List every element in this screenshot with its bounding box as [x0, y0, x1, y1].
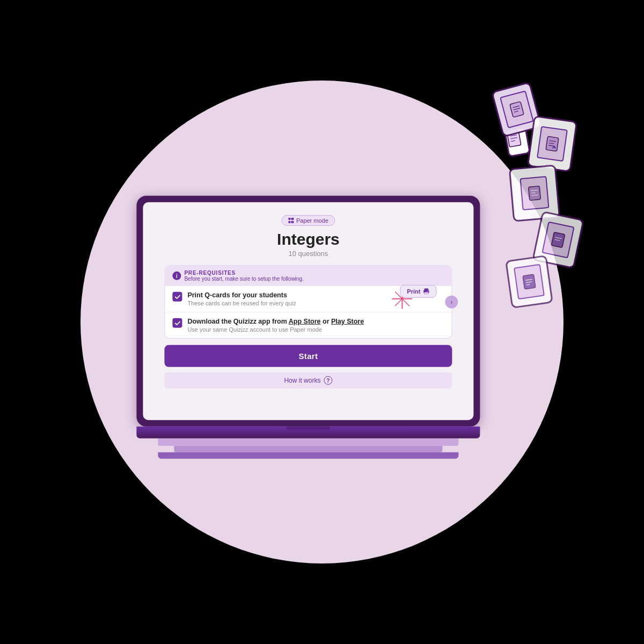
float-card-5 [505, 255, 553, 309]
prerequisites-card: › i PRE-REQUISITES Before you start, mak… [164, 265, 452, 339]
svg-rect-19 [428, 291, 429, 291]
laptop-stand-1 [158, 438, 458, 446]
laptop-stand-2 [174, 446, 442, 452]
scene: Q [54, 54, 590, 590]
how-it-works-text: How it works [284, 377, 320, 384]
prerequisites-header-text: PRE-REQUISITES Before you start, make su… [184, 270, 303, 282]
laptop-screen-inner: Paper mode Integers 10 questions › i PRE… [143, 202, 473, 420]
printer-icon [423, 288, 429, 295]
quiz-questions: 10 questions [289, 250, 328, 258]
question-icon: ? [324, 376, 332, 385]
prereq-item-1: Print Q-cards for your students These ca… [165, 286, 451, 312]
laptop: Paper mode Integers 10 questions › i PRE… [136, 196, 480, 459]
svg-rect-1 [509, 101, 523, 118]
svg-rect-7 [523, 274, 536, 289]
laptop-stand-3 [158, 452, 458, 459]
svg-rect-5 [529, 186, 541, 201]
floating-cards-decoration: Q [472, 86, 580, 301]
svg-rect-6 [551, 232, 565, 248]
svg-rect-2 [546, 136, 559, 151]
how-it-works-bar[interactable]: How it works ? [164, 372, 452, 389]
checkbox-2[interactable] [172, 318, 182, 328]
paper-mode-badge: Paper mode [281, 215, 335, 226]
svg-rect-18 [425, 292, 429, 294]
prereq-item-1-sub: These cards can be reused for every quiz [187, 300, 438, 306]
prerequisites-subtitle: Before you start, make sure to setup the… [184, 276, 303, 282]
prereq-item-2: Download the Quizizz app from App Store … [165, 312, 451, 338]
prerequisites-title: PRE-REQUISITES [184, 270, 303, 276]
prereq-item-2-sub: Use your same Quizizz account to use Pap… [187, 326, 444, 333]
quiz-title: Integers [277, 230, 340, 248]
laptop-base [136, 427, 480, 438]
float-card-2: Q [527, 115, 578, 172]
print-button[interactable]: Print [400, 285, 436, 298]
info-icon: i [172, 272, 181, 280]
prerequisites-header: i PRE-REQUISITES Before you start, make … [165, 266, 451, 286]
prerequisites-body: Print Q-cards for your students These ca… [165, 286, 451, 338]
laptop-screen-outer: Paper mode Integers 10 questions › i PRE… [136, 196, 480, 427]
grid-icon [288, 218, 294, 223]
print-button-label: Print [407, 288, 420, 295]
checkbox-1[interactable] [172, 292, 182, 302]
prereq-item-2-text: Download the Quizizz app from App Store … [187, 318, 444, 333]
prereq-item-2-title: Download the Quizizz app from App Store … [187, 318, 444, 325]
paper-mode-label: Paper mode [296, 217, 328, 224]
start-button[interactable]: Start [164, 345, 452, 367]
